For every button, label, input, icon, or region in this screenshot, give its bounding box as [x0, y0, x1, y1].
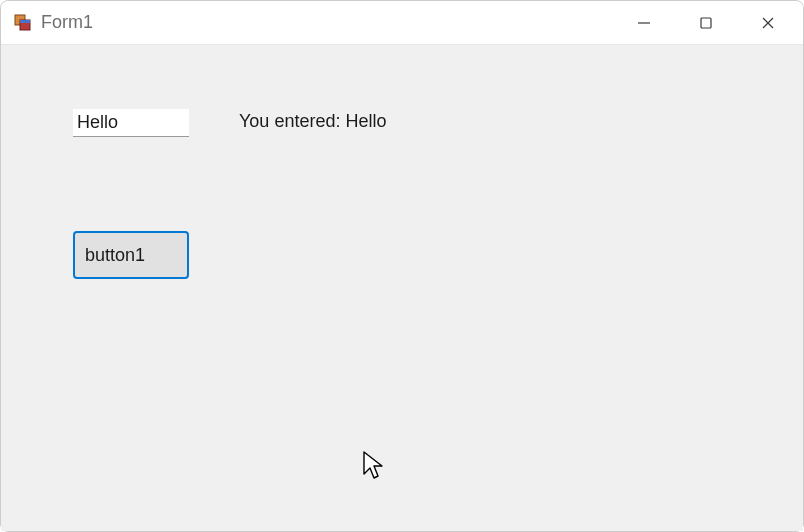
app-icon [13, 13, 33, 33]
minimize-button[interactable] [613, 1, 675, 44]
minimize-icon [637, 16, 651, 30]
maximize-button[interactable] [675, 1, 737, 44]
close-icon [761, 16, 775, 30]
form-client-area: You entered: Hello button1 [1, 45, 803, 531]
svg-rect-2 [20, 20, 30, 23]
window-controls [613, 1, 799, 44]
text-input[interactable] [73, 109, 189, 137]
title-bar[interactable]: Form1 [1, 1, 803, 45]
window-frame: Form1 You entered: Hello butto [0, 0, 804, 532]
window-title: Form1 [41, 12, 613, 33]
svg-rect-4 [701, 18, 711, 28]
button1[interactable]: button1 [73, 231, 189, 279]
close-button[interactable] [737, 1, 799, 44]
cursor-icon [362, 450, 386, 486]
output-label: You entered: Hello [239, 111, 386, 132]
maximize-icon [699, 16, 713, 30]
